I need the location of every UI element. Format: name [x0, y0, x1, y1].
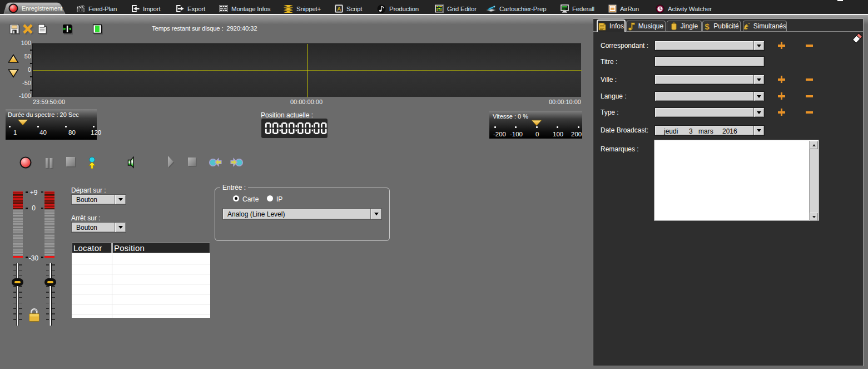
svg-text:A: A — [337, 6, 341, 12]
svg-text:$: $ — [705, 22, 710, 31]
